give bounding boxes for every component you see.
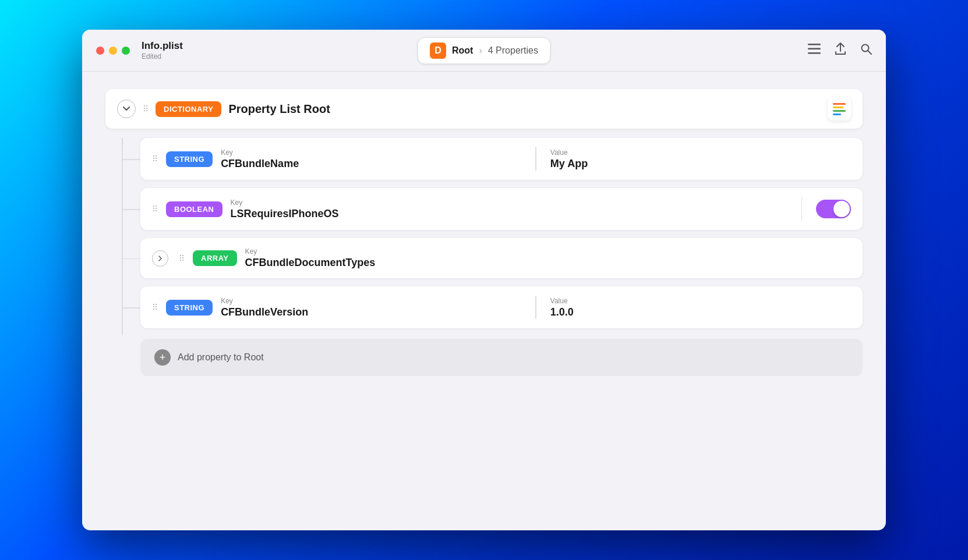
breadcrumb-icon: D bbox=[430, 42, 446, 59]
expand-chevron[interactable] bbox=[152, 250, 168, 267]
add-label: Add property to Root bbox=[178, 352, 264, 363]
file-info: Info.plist Edited bbox=[142, 40, 183, 61]
content-area: ⠿ DICTIONARY Property List Root ⠿ STRING bbox=[82, 72, 886, 530]
property-content-4: Key CFBundleVersion Value 1.0.0 bbox=[221, 296, 851, 319]
key-section-4: Key CFBundleVersion bbox=[221, 297, 521, 318]
breadcrumb: D Root › 4 Properties bbox=[418, 37, 550, 64]
key-section-2: Key LSRequiresIPhoneOS bbox=[231, 199, 787, 220]
add-property-row[interactable]: + Add property to Root bbox=[140, 339, 863, 376]
property-row-cfbundlename: ⠿ STRING Key CFBundleName Value My App bbox=[140, 138, 863, 180]
key-value-1: CFBundleName bbox=[221, 158, 521, 170]
value-header-4: Value bbox=[550, 297, 851, 305]
toggle-container bbox=[816, 200, 851, 218]
key-header-1: Key bbox=[221, 148, 521, 157]
svg-line-4 bbox=[868, 51, 871, 54]
property-content-3: Key CFBundleDocumentTypes bbox=[245, 247, 851, 269]
drag-handle-2: ⠿ bbox=[152, 204, 158, 214]
key-value-4: CFBundleVersion bbox=[221, 306, 521, 318]
root-label: Property List Root bbox=[228, 102, 330, 116]
type-badge-string-2: STRING bbox=[166, 300, 213, 316]
share-icon[interactable] bbox=[835, 42, 846, 58]
maximize-button[interactable] bbox=[122, 47, 130, 55]
key-value-3: CFBundleDocumentTypes bbox=[245, 257, 851, 269]
search-icon[interactable] bbox=[860, 43, 872, 58]
breadcrumb-pill[interactable]: D Root › 4 Properties bbox=[418, 37, 550, 64]
drag-handle-3: ⠿ bbox=[179, 254, 185, 263]
main-window: Info.plist Edited D Root › 4 Properties bbox=[82, 30, 886, 530]
divider-2 bbox=[801, 197, 803, 221]
drag-handle-root: ⠿ bbox=[143, 104, 149, 114]
drag-handle-4: ⠿ bbox=[152, 303, 158, 312]
divider-1 bbox=[535, 147, 536, 171]
minimize-button[interactable] bbox=[109, 47, 117, 55]
key-section-1: Key CFBundleName bbox=[221, 148, 521, 170]
file-status: Edited bbox=[142, 52, 183, 61]
value-header-1: Value bbox=[550, 148, 851, 157]
divider-4 bbox=[535, 296, 536, 319]
breadcrumb-count: 4 Properties bbox=[488, 45, 538, 56]
file-name: Info.plist bbox=[142, 40, 183, 52]
value-text-1: My App bbox=[550, 158, 851, 170]
titlebar-actions bbox=[808, 42, 872, 58]
value-section-1: Value My App bbox=[550, 148, 851, 170]
value-text-4: 1.0.0 bbox=[550, 306, 851, 318]
property-content-1: Key CFBundleName Value My App bbox=[221, 147, 851, 171]
svg-rect-0 bbox=[808, 44, 821, 45]
value-section-4: Value 1.0.0 bbox=[550, 297, 851, 318]
breadcrumb-separator: › bbox=[479, 45, 482, 56]
property-row-cfbundleversion: ⠿ STRING Key CFBundleVersion Value 1.0.0 bbox=[140, 286, 863, 328]
properties-container: ⠿ STRING Key CFBundleName Value My App ⠿ bbox=[140, 138, 863, 376]
property-row-lsrequires: ⠿ BOOLEAN Key LSRequiresIPhoneOS bbox=[140, 188, 863, 230]
collapse-chevron[interactable] bbox=[117, 100, 136, 118]
property-row-cfbundledoctypes: ⠿ ARRAY Key CFBundleDocumentTypes bbox=[140, 238, 863, 278]
key-section-3: Key CFBundleDocumentTypes bbox=[245, 247, 851, 269]
list-icon[interactable] bbox=[808, 44, 821, 57]
key-header-3: Key bbox=[245, 247, 851, 256]
type-badge-array: ARRAY bbox=[193, 250, 237, 266]
svg-rect-1 bbox=[808, 48, 821, 50]
property-content-2: Key LSRequiresIPhoneOS bbox=[231, 197, 852, 221]
key-header-4: Key bbox=[221, 297, 521, 305]
type-badge-dictionary: DICTIONARY bbox=[156, 101, 221, 117]
breadcrumb-root: Root bbox=[452, 45, 473, 56]
root-row: ⠿ DICTIONARY Property List Root bbox=[105, 89, 863, 129]
titlebar: Info.plist Edited D Root › 4 Properties bbox=[82, 30, 886, 72]
notes-icon[interactable] bbox=[828, 97, 851, 120]
notes-lines-icon bbox=[833, 103, 846, 115]
type-badge-string-1: STRING bbox=[166, 151, 213, 167]
key-header-2: Key bbox=[231, 199, 787, 207]
type-badge-boolean: BOOLEAN bbox=[166, 201, 222, 217]
drag-handle-1: ⠿ bbox=[152, 154, 158, 164]
add-icon: + bbox=[154, 349, 171, 366]
traffic-lights bbox=[96, 47, 130, 55]
boolean-toggle[interactable] bbox=[816, 200, 851, 218]
svg-rect-2 bbox=[808, 52, 821, 54]
close-button[interactable] bbox=[96, 47, 104, 55]
toggle-knob bbox=[833, 201, 850, 217]
key-value-2: LSRequiresIPhoneOS bbox=[231, 208, 787, 220]
